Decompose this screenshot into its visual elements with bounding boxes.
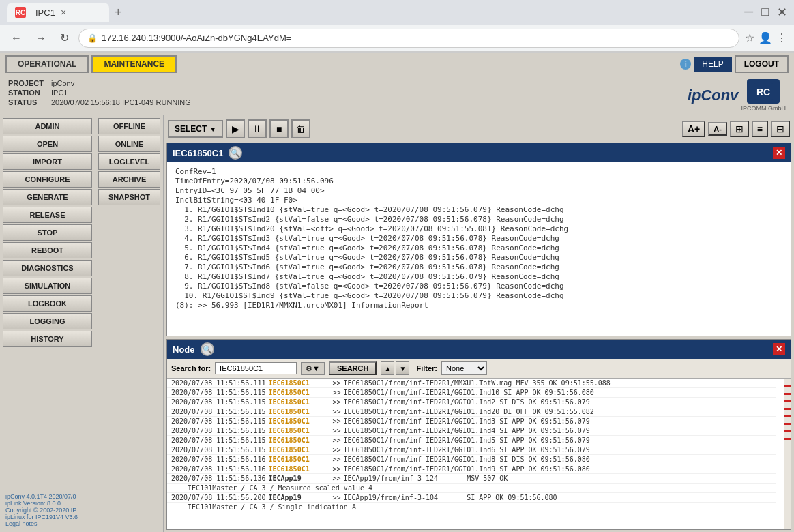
iec-title: IEC61850C1 — [173, 148, 223, 158]
view-columns-button[interactable]: ⊞ — [730, 121, 749, 137]
maintenance-button[interactable]: MAINTENANCE — [91, 55, 177, 73]
red-indicators-panel — [784, 379, 791, 529]
log-arrow: >> — [332, 417, 340, 425]
sub-btn-snapshot[interactable]: SNAPSHOT — [98, 189, 160, 205]
menu-icon[interactable]: ⋮ — [776, 31, 787, 44]
iec-panel: IEC61850C1 🔍 ✕ ConfRev=1 TimeOfEntry=202… — [166, 143, 791, 336]
sidebar-btn-release[interactable]: RELEASE — [3, 207, 92, 223]
sub-btn-online[interactable]: ONLINE — [98, 136, 160, 152]
operational-button[interactable]: OPERATIONAL — [5, 55, 89, 73]
browser-tab[interactable]: RC IPC1 × — [7, 3, 109, 22]
log-node: IEC61850C1 — [268, 389, 329, 396]
iec-search-icon[interactable]: 🔍 — [229, 146, 242, 160]
log-message: IEC61850C1/from/inf-IED2R1/GGIO1.Ind2 SI… — [344, 398, 771, 406]
reload-button[interactable]: ↻ — [56, 30, 73, 46]
maximize-button[interactable]: □ — [761, 5, 769, 20]
sub-sidebar: OFFLINE ONLINE LOGLEVEL ARCHIVE SNAPSHOT — [95, 115, 164, 532]
text-decrease-button[interactable]: A- — [708, 122, 727, 136]
log-arrow: >> — [332, 465, 340, 473]
select-button[interactable]: SELECT ▼ — [168, 120, 223, 138]
view-list-button[interactable]: ≡ — [752, 121, 768, 137]
tab-close-button[interactable]: × — [61, 7, 66, 18]
search-input[interactable] — [215, 362, 297, 374]
search-options-button[interactable]: ⚙▼ — [301, 362, 325, 375]
help-button[interactable]: HELP — [694, 57, 731, 72]
log-node: IEC61850C1 — [268, 398, 329, 406]
log-row: 2020/07/08 11:51:56.115 IEC61850C1 >> IE… — [167, 388, 776, 398]
sidebar-btn-history[interactable]: HISTORY — [3, 331, 92, 347]
iec-close-button[interactable]: ✕ — [773, 147, 785, 159]
svg-text:RC: RC — [756, 87, 770, 98]
node-log: 2020/07/08 11:51:56.111 IEC61850C1 >> IE… — [167, 379, 784, 529]
iec-line: 9. R1/GGIO1$ST$Ind8 {stVal=false q=<Good… — [175, 282, 782, 291]
new-tab-button[interactable]: + — [115, 5, 122, 20]
back-button[interactable]: ← — [7, 31, 26, 46]
node-close-button[interactable]: ✕ — [773, 343, 785, 355]
brand-subtext: IPCOMM GmbH — [741, 105, 786, 112]
log-node: IEC61850C1 — [268, 379, 329, 387]
iec-content: ConfRev=1 TimeOfEntry=2020/07/08 09:51:5… — [167, 162, 791, 336]
stop-button[interactable]: ■ — [269, 119, 289, 138]
view-grid-button[interactable]: ⊟ — [771, 121, 790, 137]
pause-button[interactable]: ⏸ — [248, 119, 267, 138]
minimize-button[interactable]: ─ — [744, 5, 753, 20]
node-search-icon-header[interactable]: 🔍 — [201, 342, 214, 356]
bookmark-icon[interactable]: ☆ — [745, 31, 754, 44]
browser-toolbar: ← → ↻ 🔒 172.16.240.13:9000/-AoAiZn-dbYGN… — [0, 25, 794, 52]
sort-buttons: ▲ ▼ — [381, 361, 409, 375]
log-datetime: 2020/07/08 11:51:56.115 — [171, 408, 265, 415]
close-window-button[interactable]: ✕ — [777, 5, 787, 20]
sub-btn-offline[interactable]: OFFLINE — [98, 118, 160, 134]
profile-icon[interactable]: 👤 — [759, 31, 772, 44]
sub-btn-archive[interactable]: ARCHIVE — [98, 171, 160, 188]
sidebar-btn-reboot[interactable]: REBOOT — [3, 242, 92, 258]
forward-button[interactable]: → — [31, 31, 50, 46]
sort-up-button[interactable]: ▲ — [381, 361, 394, 375]
filter-select[interactable]: None Error Warning Info — [441, 361, 487, 375]
text-increase-button[interactable]: A+ — [682, 121, 705, 137]
select-arrow-icon: ▼ — [209, 125, 216, 133]
search-button[interactable]: SEARCH — [329, 361, 377, 375]
play-button[interactable]: ▶ — [226, 119, 245, 138]
station-row: STATION IPC1 — [8, 89, 191, 97]
sidebar-btn-diagnostics[interactable]: DIAGNOSTICS — [3, 260, 92, 276]
sidebar-btn-open[interactable]: OPEN — [3, 136, 92, 152]
sidebar-btn-configure[interactable]: CONFIGURE — [3, 171, 92, 188]
log-datetime: 2020/07/08 11:51:56.115 — [171, 427, 265, 434]
log-message: IEC61850C1/from/inf-IED2R1/GGIO1.Ind10 S… — [344, 389, 771, 396]
log-datetime: 2020/07/08 11:51:56.136 — [171, 475, 265, 482]
log-datetime: 2020/07/08 11:51:56.115 — [171, 446, 265, 454]
iec-header: IEC61850C1 🔍 ✕ — [167, 143, 791, 162]
logout-button[interactable]: LOGOUT — [735, 55, 789, 73]
nav-right: i HELP LOGOUT — [680, 55, 789, 73]
sidebar-btn-generate[interactable]: GENERATE — [3, 189, 92, 205]
log-row: 2020/07/08 11:51:56.115 IEC61850C1 >> IE… — [167, 445, 776, 455]
log-row: 2020/07/08 11:51:56.116 IEC61850C1 >> IE… — [167, 455, 776, 464]
iec-line: 2. R1/GGIO1$ST$Ind2 {stVal=false q=<Good… — [175, 215, 782, 224]
address-bar[interactable]: 🔒 172.16.240.13:9000/-AoAiZn-dbYGNg4EAYd… — [78, 29, 739, 48]
log-node: IEC61850C1 — [268, 437, 329, 444]
sidebar-btn-stop[interactable]: STOP — [3, 224, 92, 241]
select-label: SELECT — [175, 124, 207, 134]
log-message: IEC61850C1/from/inf-IED2R1/GGIO1.Ind5 SI… — [344, 437, 771, 444]
red-indicator — [784, 423, 791, 425]
search-for-label: Search for: — [171, 364, 211, 372]
footer-legal-notes[interactable]: Legal notes — [5, 520, 38, 527]
log-row: 2020/07/08 11:51:56.111 IEC61850C1 >> IE… — [167, 379, 776, 388]
top-nav: OPERATIONAL MAINTENANCE i HELP LOGOUT — [0, 53, 794, 76]
sidebar-btn-simulation[interactable]: SIMULATION — [3, 278, 92, 294]
browser-actions: ☆ 👤 ⋮ — [745, 31, 787, 44]
sidebar-btn-logging[interactable]: LOGGING — [3, 313, 92, 329]
log-row: IEC101Master / CA 3 / Measured scaled va… — [167, 484, 776, 493]
sidebar-btn-logbook[interactable]: LOGBOOK — [3, 295, 92, 312]
sidebar-btn-import[interactable]: IMPORT — [3, 153, 92, 170]
log-arrow: >> — [332, 408, 340, 415]
sort-down-button[interactable]: ▼ — [396, 361, 409, 375]
delete-button[interactable]: 🗑 — [291, 119, 310, 138]
log-message: IECApp19/from/inf-3-104 SI APP OK 09:51:… — [344, 494, 771, 501]
sub-btn-loglevel[interactable]: LOGLEVEL — [98, 153, 160, 170]
log-datetime: 2020/07/08 11:51:56.115 — [171, 398, 265, 406]
node-header: Node 🔍 ✕ — [167, 340, 791, 359]
sidebar-btn-admin[interactable]: ADMIN — [3, 118, 92, 134]
log-area: 2020/07/08 11:51:56.111 IEC61850C1 >> IE… — [167, 379, 791, 529]
